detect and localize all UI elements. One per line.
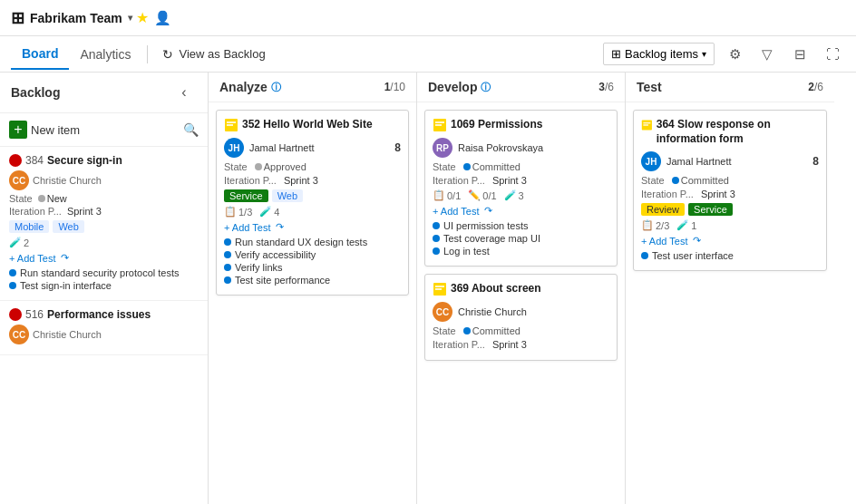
search-button[interactable]: 🔍 xyxy=(183,122,199,137)
kanban-card-1069[interactable]: 1069 Permissions RP Raisa Pokrovskaya St… xyxy=(424,110,618,267)
task-icon-1069 xyxy=(433,118,447,132)
test-dot xyxy=(224,238,231,246)
test-column-header: Test 2/6 xyxy=(626,73,834,102)
team-name: ⊞ Fabrikam Team ▾ xyxy=(11,8,132,28)
test-list-364: Test user interface xyxy=(641,250,819,261)
svg-rect-7 xyxy=(435,286,444,287)
state-dot-352 xyxy=(255,163,262,170)
state-dot-364 xyxy=(672,177,679,184)
wi-stats-352: 📋 1/3 🧪 4 xyxy=(224,206,401,218)
backlog-item-384[interactable]: 384 Secure sign-in CC Christie Church St… xyxy=(0,147,208,301)
backlog-items-label: Backlog items xyxy=(625,47,698,61)
svg-rect-11 xyxy=(643,124,648,126)
add-test-364[interactable]: + Add Test ↷ xyxy=(641,235,819,247)
task-icon-369 xyxy=(433,282,447,296)
test-item: Log in test xyxy=(433,246,609,257)
wi-header-384: 384 Secure sign-in xyxy=(9,154,199,167)
avatar-1069: RP xyxy=(433,138,452,158)
svg-rect-2 xyxy=(227,124,233,126)
team-members-icon[interactable]: 👤 xyxy=(154,10,171,26)
test-dot xyxy=(9,269,16,276)
k-card-header-364: 364 Slow response on information form xyxy=(641,118,819,146)
test-item: Test site performance xyxy=(224,275,401,286)
nav-analytics[interactable]: Analytics xyxy=(69,40,141,69)
task-icon-352 xyxy=(224,118,238,132)
wi-stats-1069: 📋 0/1 ✏️ 0/1 🧪 3 xyxy=(433,189,609,201)
grid-icon: ⊞ xyxy=(611,47,621,61)
team-name-text: Fabrikam Team xyxy=(30,11,122,25)
k-iter-369: Iteration P... Sprint 3 xyxy=(433,339,609,350)
test-items: 364 Slow response on information form JH… xyxy=(626,102,834,504)
k-meta-1069: State Committed xyxy=(433,161,609,172)
layout-icon[interactable]: ⊟ xyxy=(787,42,812,67)
k-meta-364: State Committed xyxy=(641,175,819,186)
wi-iteration-384: Iteration P... Sprint 3 xyxy=(9,206,199,217)
avatar-352: JH xyxy=(224,138,244,158)
chevron-down-icon: ▾ xyxy=(702,49,706,59)
k-card-header-1069: 1069 Permissions xyxy=(433,118,609,132)
k-iter-364: Iteration P... Sprint 3 xyxy=(641,189,819,199)
k-person-352: JH Jamal Hartnett 8 xyxy=(224,138,401,158)
backlog-collapse-icon[interactable]: ‹ xyxy=(171,80,197,105)
new-item-button[interactable]: + New item xyxy=(9,121,80,139)
tag-service: Service xyxy=(688,203,733,216)
analyze-info-icon[interactable]: ⓘ xyxy=(271,81,281,94)
filter-icon[interactable]: ▽ xyxy=(754,42,780,67)
view-backlog-button[interactable]: ↻ View as Backlog xyxy=(153,44,274,65)
backlog-column: Backlog ‹ + New item 🔍 384 Secure sign-i… xyxy=(0,73,209,504)
k-iter-1069: Iteration P... Sprint 3 xyxy=(433,175,609,186)
svg-rect-5 xyxy=(435,124,442,126)
test-dot xyxy=(224,276,231,284)
tag-web: Web xyxy=(53,220,83,233)
tag-mobile: Mobile xyxy=(9,220,49,233)
fullscreen-icon[interactable]: ⛶ xyxy=(820,42,845,67)
kanban-card-364[interactable]: 364 Slow response on information form JH… xyxy=(633,110,827,271)
tag-service: Service xyxy=(224,189,268,202)
test-list-352: Run standard UX design tests Verify acce… xyxy=(224,237,401,286)
test-dot xyxy=(224,251,231,258)
test-item: Verify accessibility xyxy=(224,249,401,260)
bug-icon-384 xyxy=(9,154,22,167)
test-item: Verify links xyxy=(224,262,401,273)
test-dot xyxy=(433,247,440,255)
favorite-icon[interactable]: ★ xyxy=(136,9,149,26)
add-test-1069[interactable]: + Add Test ↷ xyxy=(433,205,609,217)
avatar-516: CC xyxy=(9,325,29,344)
add-test-352[interactable]: + Add Test ↷ xyxy=(224,221,401,233)
nav-bar: Board Analytics ↻ View as Backlog ⊞ Back… xyxy=(0,36,856,73)
add-test-384[interactable]: + Add Test ↷ xyxy=(9,252,199,264)
develop-column: Develop ⓘ 3/6 1069 Permissions RP Raisa … xyxy=(417,73,626,504)
develop-info-icon[interactable]: ⓘ xyxy=(481,81,491,94)
backlog-item-516[interactable]: 516 Performance issues CC Christie Churc… xyxy=(0,301,208,355)
develop-items: 1069 Permissions RP Raisa Pokrovskaya St… xyxy=(417,102,625,504)
test-dot xyxy=(433,222,440,229)
tag-web: Web xyxy=(272,189,303,202)
test-dot xyxy=(9,282,16,289)
test-list-1069: UI permission tests Test coverage map UI… xyxy=(433,220,609,257)
board-container: Backlog ‹ + New item 🔍 384 Secure sign-i… xyxy=(0,73,856,504)
wi-state-384: State New xyxy=(9,193,199,204)
backlog-items-list: 384 Secure sign-in CC Christie Church St… xyxy=(0,147,208,504)
analyze-items: 352 Hello World Web Site JH Jamal Hartne… xyxy=(209,102,416,504)
backlog-items-button[interactable]: ⊞ Backlog items ▾ xyxy=(603,43,715,65)
test-item: Run standard security protocol tests xyxy=(9,267,199,278)
test-item: Test sign-in interface xyxy=(9,280,199,291)
k-iter-352: Iteration P... Sprint 3 xyxy=(224,175,401,186)
nav-board[interactable]: Board xyxy=(11,39,69,70)
test-item: Test coverage map UI xyxy=(433,233,609,244)
svg-rect-1 xyxy=(227,121,236,123)
chevron-down-icon[interactable]: ▾ xyxy=(128,13,132,23)
k-meta-352: State Approved xyxy=(224,161,401,172)
kanban-card-369[interactable]: 369 About screen CC Christie Church Stat… xyxy=(424,274,618,361)
backlog-view-icon: ↻ xyxy=(162,47,173,62)
test-column: Test 2/6 364 Slow response on informatio… xyxy=(626,73,834,504)
svg-rect-10 xyxy=(643,122,650,124)
kanban-card-352[interactable]: 352 Hello World Web Site JH Jamal Hartne… xyxy=(216,110,409,296)
state-dot-384 xyxy=(38,195,45,202)
k-meta-369: State Committed xyxy=(433,325,609,336)
test-dot xyxy=(433,235,440,242)
test-dot xyxy=(224,264,231,271)
bug-icon-516 xyxy=(9,308,22,321)
top-bar: ⊞ Fabrikam Team ▾ ★ 👤 xyxy=(0,0,856,36)
settings-icon[interactable]: ⚙ xyxy=(722,42,747,67)
